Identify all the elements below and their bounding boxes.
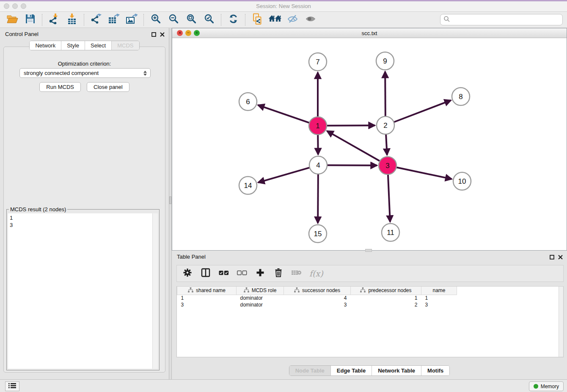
show-all-button[interactable] — [304, 14, 317, 26]
search-input[interactable] — [440, 14, 563, 25]
edge-1-4[interactable] — [318, 135, 318, 155]
table-cell[interactable]: 1 — [421, 295, 457, 301]
table-settings-button[interactable] — [182, 268, 193, 279]
table-panel-header: Table Panel — [172, 251, 567, 262]
table-scrollbar[interactable] — [559, 287, 563, 357]
show-columns-button[interactable] — [200, 268, 211, 279]
table-cell[interactable]: dominator — [237, 301, 284, 308]
control-panel-header: Control Panel — [0, 28, 169, 40]
hierarchy-icon — [360, 287, 366, 294]
column-header-predecessor-nodes[interactable]: predecessor nodes — [351, 287, 421, 295]
toolbar-separator — [42, 14, 42, 26]
node-label-14: 14 — [244, 182, 252, 190]
function-builder-button[interactable]: f(x) — [309, 268, 323, 279]
node-label-10: 10 — [458, 177, 466, 185]
status-bar: Memory — [0, 379, 567, 392]
node-label-3: 3 — [385, 162, 389, 170]
table-cell[interactable]: 3 — [421, 301, 457, 308]
table-tabs: Node TableEdge TableNetwork TableMotifs — [172, 365, 567, 376]
deselect-all-button[interactable] — [237, 268, 248, 279]
memory-button[interactable]: Memory — [529, 381, 564, 391]
tab-network-table[interactable]: Network Table — [372, 366, 421, 375]
hide-selected-button[interactable] — [286, 14, 299, 26]
hierarchy-icon — [188, 287, 193, 294]
tab-motifs[interactable]: Motifs — [421, 366, 449, 375]
close-panel-icon[interactable] — [558, 254, 563, 261]
edge-3-10[interactable] — [396, 167, 452, 179]
zoom-selected-button[interactable] — [203, 14, 215, 26]
fx-icon: f(x) — [309, 269, 323, 278]
table-cell[interactable]: 2 — [351, 301, 421, 308]
edge-4-3[interactable] — [327, 165, 377, 166]
save-session-button[interactable] — [24, 14, 36, 26]
table-row[interactable]: 1dominator411 — [177, 295, 457, 301]
task-history-button[interactable] — [5, 381, 19, 391]
edge-2-9[interactable] — [385, 72, 385, 116]
export-image-button[interactable] — [125, 14, 138, 26]
zoom-fit-button[interactable] — [185, 14, 198, 26]
delete-table-button[interactable] — [291, 268, 302, 279]
plus-icon — [256, 268, 264, 279]
export-network-button[interactable] — [90, 14, 102, 26]
edge-3-11[interactable] — [388, 174, 390, 222]
import-network-button[interactable] — [48, 14, 61, 26]
toolbar-separator — [221, 14, 221, 26]
run-mcds-button[interactable]: Run MCDS — [39, 82, 81, 92]
column-header-name[interactable]: name — [421, 287, 457, 295]
delete-column-button[interactable] — [273, 268, 284, 279]
network-window-titlebar[interactable]: × − + scc.txt — [172, 28, 567, 38]
edge-3-1[interactable] — [327, 131, 380, 161]
table-cell[interactable]: dominator — [237, 295, 284, 301]
edge-1-2[interactable] — [327, 125, 375, 126]
save-floppy-icon — [25, 14, 35, 25]
select-all-button[interactable] — [218, 268, 229, 279]
tab-mcds[interactable]: MCDS — [111, 41, 139, 50]
splitter-grip[interactable] — [169, 196, 171, 204]
panel-splitter[interactable] — [169, 28, 172, 379]
mcds-result-text-area[interactable]: 1 3 — [8, 213, 158, 369]
float-panel-icon[interactable] — [550, 254, 554, 261]
table-cell[interactable]: 1 — [177, 295, 237, 301]
column-header-successor-nodes[interactable]: successor nodes — [284, 287, 351, 295]
duplicate-network-button[interactable] — [251, 14, 264, 26]
float-panel-icon[interactable] — [151, 31, 156, 39]
import-table-button[interactable] — [66, 14, 78, 26]
table-cell[interactable]: 3 — [284, 301, 351, 308]
tab-network[interactable]: Network — [30, 41, 61, 50]
edge-2-3[interactable] — [386, 134, 387, 155]
columns-icon — [201, 268, 210, 279]
table-cell[interactable]: 1 — [351, 295, 421, 301]
export-table-icon — [108, 14, 120, 26]
edge-2-8[interactable] — [394, 100, 451, 122]
tab-style[interactable]: Style — [61, 41, 85, 50]
export-table-button[interactable] — [107, 14, 120, 26]
criterion-select[interactable]: strongly connected component — [19, 68, 151, 78]
table-cell[interactable]: 3 — [177, 301, 237, 308]
tab-edge-table[interactable]: Edge Table — [330, 366, 372, 375]
table-cell[interactable]: 4 — [284, 295, 351, 301]
close-panel-button[interactable]: Close panel — [87, 82, 129, 92]
edge-4-14[interactable] — [258, 168, 310, 182]
horizontal-splitter-grip[interactable] — [365, 249, 372, 252]
result-scrollbar[interactable] — [152, 213, 158, 369]
tab-select[interactable]: Select — [85, 41, 111, 50]
edge-1-6[interactable] — [258, 105, 310, 123]
node-label-1: 1 — [316, 122, 319, 130]
network-canvas[interactable]: 7968124314101511 — [172, 38, 567, 250]
refresh-icon — [228, 14, 239, 26]
open-session-button[interactable] — [6, 14, 19, 26]
zoom-out-button[interactable] — [167, 14, 180, 26]
zoom-in-button[interactable] — [149, 14, 162, 26]
create-column-button[interactable] — [255, 268, 266, 279]
node-table[interactable]: shared nameMCDS rolesuccessor nodesprede… — [176, 286, 564, 357]
tab-node-table[interactable]: Node Table — [289, 366, 330, 375]
refresh-button[interactable] — [227, 14, 239, 26]
column-header-shared-name[interactable]: shared name — [177, 287, 237, 295]
close-panel-icon[interactable] — [160, 31, 165, 39]
task-list-icon — [8, 383, 16, 390]
column-header-MCDS-role[interactable]: MCDS role — [237, 287, 284, 295]
edge-4-15[interactable] — [318, 174, 318, 223]
first-neighbors-button[interactable] — [269, 14, 281, 26]
export-image-icon — [126, 14, 138, 26]
table-row[interactable]: 3dominator323 — [177, 301, 457, 308]
